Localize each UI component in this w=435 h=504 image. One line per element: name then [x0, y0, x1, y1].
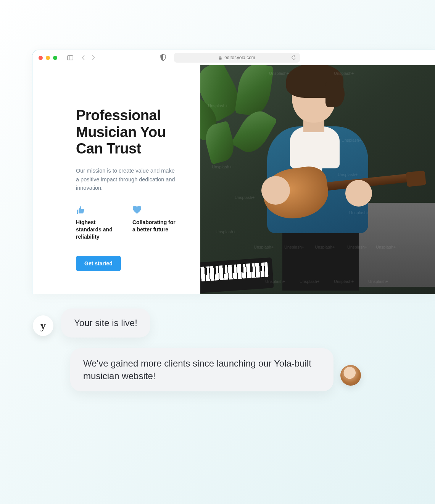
maximize-window-icon[interactable]	[53, 56, 57, 60]
feature-label: Highest standards and reliability	[76, 219, 122, 241]
hero-text-column: Professional Musician You Can Trust Our …	[32, 65, 200, 294]
chat-row-user: We've gained more clients since launchin…	[63, 348, 384, 391]
musician-photo	[250, 69, 380, 260]
get-started-button[interactable]: Get started	[76, 256, 121, 271]
hero-image: Unsplash+ Unsplash+ Unsplash+ Unsplash+ …	[200, 65, 435, 294]
bot-avatar-letter: y	[40, 320, 46, 332]
hero-mission: Our mission is to create value and make …	[76, 166, 175, 192]
page-content: Professional Musician You Can Trust Our …	[32, 65, 435, 294]
reload-icon[interactable]	[291, 55, 296, 60]
feature-item: Highest standards and reliability	[76, 206, 122, 241]
browser-window: editor.yola.com Professional Musician Yo…	[32, 50, 435, 294]
chat-bubble-user: We've gained more clients since launchin…	[70, 348, 334, 391]
chat-bubble-bot: Your site is live!	[61, 309, 150, 338]
hero-headline: Professional Musician You Can Trust	[76, 107, 185, 157]
forward-icon[interactable]	[90, 55, 96, 60]
window-traffic-lights	[39, 56, 57, 60]
feature-item: Collaborating for a better future	[132, 206, 178, 241]
svg-rect-0	[68, 55, 73, 60]
minimize-window-icon[interactable]	[46, 56, 50, 60]
feature-row: Highest standards and reliability Collab…	[76, 206, 185, 241]
address-bar[interactable]: editor.yola.com	[174, 53, 300, 63]
svg-rect-2	[219, 57, 221, 59]
user-avatar	[340, 365, 361, 386]
privacy-shield-icon[interactable]	[160, 54, 167, 61]
feature-label: Collaborating for a better future	[132, 219, 178, 233]
sidebar-toggle-icon[interactable]	[67, 55, 73, 60]
address-url: editor.yola.com	[224, 55, 255, 60]
browser-toolbar: editor.yola.com	[32, 50, 435, 65]
heart-icon	[132, 206, 178, 214]
chat-preview: y Your site is live! We've gained more c…	[33, 309, 384, 402]
back-icon[interactable]	[80, 55, 86, 60]
thumbs-up-icon	[76, 206, 122, 214]
close-window-icon[interactable]	[39, 56, 43, 60]
chat-row-bot: y Your site is live!	[33, 309, 384, 338]
image-watermark: Unsplash+	[216, 229, 235, 234]
bot-avatar: y	[33, 315, 53, 336]
lock-icon	[219, 56, 222, 60]
